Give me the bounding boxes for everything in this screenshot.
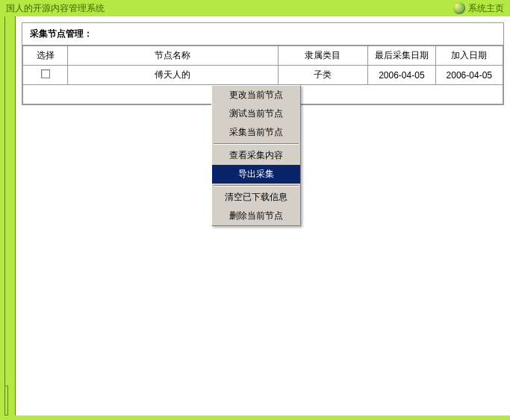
menu-item[interactable]: 导出采集 <box>212 165 300 184</box>
cell-lastdate: 2006-04-05 <box>368 66 435 85</box>
header-bar: 国人的开源内容管理系统 系统主页 <box>0 0 510 16</box>
cell-name: 傅天人的 <box>68 66 278 85</box>
menu-separator <box>214 143 299 145</box>
content-area: 采集节点管理： 选择 节点名称 隶属类目 最后采集日期 加入日期 <box>16 16 510 416</box>
menu-item[interactable]: 测试当前节点 <box>212 104 300 123</box>
menu-item[interactable]: 查看采集内容 <box>212 146 300 165</box>
cell-category: 子类 <box>278 66 368 85</box>
th-name: 节点名称 <box>68 46 278 66</box>
header-title-left: 国人的开源内容管理系统 <box>6 2 105 15</box>
checkbox-icon[interactable] <box>41 69 50 78</box>
menu-item[interactable]: 采集当前节点 <box>212 123 300 142</box>
panel-title: 采集节点管理： <box>22 23 503 46</box>
context-menu[interactable]: 更改当前节点测试当前节点采集当前节点查看采集内容导出采集清空已下载信息删除当前节… <box>211 85 301 226</box>
th-adddate: 加入日期 <box>435 46 503 66</box>
menu-separator <box>214 185 299 187</box>
th-lastdate: 最后采集日期 <box>368 46 435 66</box>
left-strip <box>5 16 16 416</box>
th-category: 隶属类目 <box>278 46 368 66</box>
cell-select[interactable] <box>23 66 68 85</box>
globe-icon <box>453 2 465 14</box>
main-frame: 采集节点管理： 选择 节点名称 隶属类目 最后采集日期 加入日期 <box>4 16 510 416</box>
menu-item[interactable]: 删除当前节点 <box>212 207 300 225</box>
header-title-right: 系统主页 <box>468 2 504 15</box>
table-row[interactable]: 傅天人的 子类 2006-04-05 2006-04-05 <box>23 66 503 85</box>
cell-adddate: 2006-04-05 <box>435 66 503 85</box>
left-tab[interactable] <box>5 386 8 416</box>
menu-item[interactable]: 清空已下载信息 <box>212 188 300 207</box>
table-header-row: 选择 节点名称 隶属类目 最后采集日期 加入日期 <box>23 46 503 66</box>
th-select: 选择 <box>23 46 68 66</box>
menu-item[interactable]: 更改当前节点 <box>212 86 300 104</box>
header-right[interactable]: 系统主页 <box>453 2 504 15</box>
